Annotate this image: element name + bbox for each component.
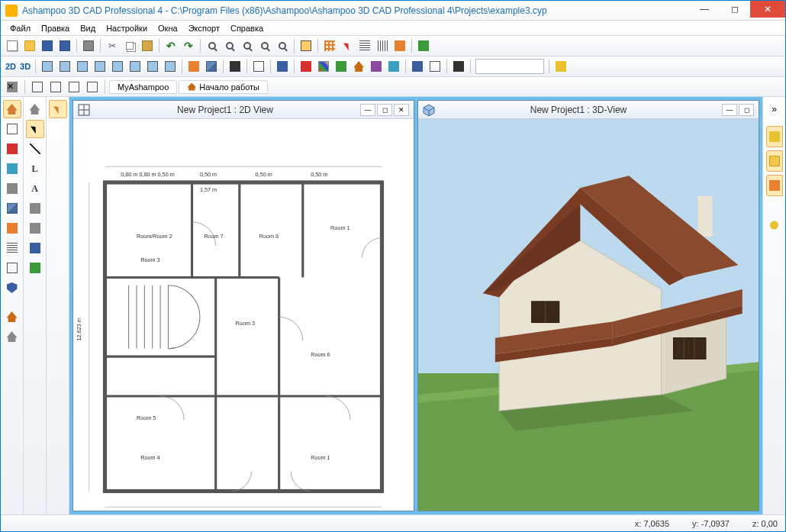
tool-dim1-icon[interactable] — [26, 199, 44, 218]
layer-select[interactable] — [475, 59, 544, 74]
measure-button[interactable] — [391, 37, 408, 54]
zoom-window-button[interactable] — [256, 37, 273, 54]
tool-window-icon[interactable] — [3, 160, 21, 178]
paste-button[interactable] — [139, 37, 156, 54]
tool-text-a-icon[interactable]: A — [26, 179, 44, 198]
pane-3d-body[interactable] — [418, 119, 759, 511]
view-tile1-button[interactable] — [39, 58, 56, 75]
view-tile8-button[interactable] — [162, 58, 179, 75]
tool-rect-icon[interactable] — [3, 120, 21, 138]
pane-2d-max-button[interactable]: ◻ — [377, 104, 392, 116]
menu-export[interactable]: Экспорт — [184, 22, 224, 34]
tool-grid-icon[interactable] — [3, 179, 21, 198]
zoom-out-button[interactable] — [221, 37, 238, 54]
open-button[interactable] — [21, 37, 38, 54]
obj10-button[interactable] — [368, 58, 385, 75]
snap-button[interactable] — [356, 37, 373, 54]
tool-d-button[interactable] — [84, 79, 101, 95]
tool-wrench-button[interactable]: ✕ — [4, 79, 21, 95]
tool-tree-icon[interactable] — [26, 259, 44, 277]
tool-c-button[interactable] — [66, 79, 82, 95]
tool-shield-icon[interactable] — [3, 279, 21, 297]
tool-house3-icon[interactable] — [3, 327, 21, 346]
tool-house2-icon[interactable] — [3, 308, 21, 326]
maximize-button[interactable]: ◻ — [720, 1, 750, 18]
tool-stairs-icon[interactable] — [3, 219, 21, 237]
right-tab-2[interactable] — [766, 150, 783, 172]
menu-windows[interactable]: Окна — [153, 22, 182, 34]
guides-button[interactable] — [374, 37, 391, 54]
view-tile5-button[interactable] — [109, 58, 126, 75]
view-tile4-button[interactable] — [92, 58, 108, 75]
obj9-button[interactable] — [350, 58, 367, 75]
obj8-button[interactable] — [333, 58, 350, 75]
save-button[interactable] — [39, 37, 56, 54]
right-tab-3[interactable] — [766, 175, 783, 196]
obj12-button[interactable] — [409, 58, 426, 75]
pointer-button[interactable] — [339, 37, 356, 54]
tool-home-icon[interactable] — [3, 100, 21, 118]
menu-help[interactable]: Справка — [226, 22, 268, 34]
redo-button[interactable]: ↷ — [180, 37, 197, 54]
menu-edit[interactable]: Правка — [37, 22, 74, 34]
view-tile3-button[interactable] — [74, 58, 91, 75]
pane-3d-min-button[interactable]: — — [722, 104, 737, 116]
obj3-button[interactable] — [227, 58, 243, 75]
mode-2d-label[interactable]: 2D — [4, 62, 18, 71]
tool-b-button[interactable] — [47, 79, 64, 95]
obj6-button[interactable] — [298, 58, 314, 75]
menu-file[interactable]: Файл — [5, 22, 35, 34]
obj5-button[interactable] — [274, 58, 291, 75]
mode-3d-label[interactable]: 3D — [18, 62, 32, 71]
view-tile2-button[interactable] — [56, 58, 73, 75]
new-button[interactable] — [4, 37, 21, 54]
tool-square-icon[interactable] — [3, 259, 21, 277]
tool-cursor-icon[interactable] — [26, 120, 44, 138]
tool-line-icon[interactable] — [26, 140, 44, 158]
obj4-button[interactable] — [250, 58, 267, 75]
view-tile6-button[interactable] — [127, 58, 143, 75]
select-tool-button[interactable] — [298, 37, 314, 54]
obj13-button[interactable] — [427, 58, 443, 75]
tool-cube-icon[interactable] — [3, 199, 21, 218]
zoom-in-button[interactable] — [204, 37, 221, 54]
grid-button[interactable] — [321, 37, 338, 54]
tab-myashampoo[interactable]: MyAshampoo — [109, 80, 177, 94]
pane-2d-min-button[interactable]: — — [360, 104, 375, 116]
menu-view[interactable]: Вид — [76, 22, 100, 34]
obj14-button[interactable] — [450, 58, 467, 75]
zoom-reset-button[interactable] — [274, 37, 291, 54]
tool-a-button[interactable] — [29, 79, 46, 95]
tool-element-icon[interactable] — [26, 239, 44, 257]
tool-select-icon[interactable] — [49, 100, 67, 118]
view-tile7-button[interactable] — [144, 58, 161, 75]
zoom-fit-button[interactable] — [239, 37, 256, 54]
pane-2d-body[interactable]: Room/Room 2 Room 3 Room 7 Room 8 Room 1 … — [73, 119, 414, 511]
layers-button[interactable] — [415, 37, 432, 54]
pane-2d-close-button[interactable]: ✕ — [394, 104, 409, 116]
obj11-button[interactable] — [385, 58, 402, 75]
floorplan-svg: Room/Room 2 Room 3 Room 7 Room 8 Room 1 … — [73, 119, 414, 511]
tool-lines-icon[interactable] — [3, 239, 21, 257]
tool-red-icon[interactable] — [3, 140, 21, 158]
minimize-button[interactable]: — — [689, 1, 720, 18]
copy-button[interactable] — [121, 37, 138, 54]
print-button[interactable] — [80, 37, 97, 54]
menu-settings[interactable]: Настройки — [101, 22, 152, 34]
obj7-button[interactable] — [315, 58, 332, 75]
obj2-button[interactable] — [203, 58, 220, 75]
cut-button[interactable]: ✂ — [104, 37, 121, 54]
tool-dim2-icon[interactable] — [26, 219, 44, 237]
save-as-button[interactable] — [56, 37, 73, 54]
tool-home2-icon[interactable] — [26, 100, 44, 118]
undo-button[interactable]: ↶ — [163, 37, 179, 54]
tool-text-l-icon[interactable]: L — [26, 160, 44, 178]
right-expand-icon[interactable]: » — [765, 100, 784, 118]
pane-3d-max-button[interactable]: ◻ — [739, 104, 754, 116]
right-tab-1[interactable] — [766, 126, 783, 147]
lock-button[interactable] — [552, 58, 569, 75]
close-button[interactable]: ✕ — [750, 1, 785, 18]
tab-start[interactable]: Начало работы — [179, 80, 268, 94]
right-person-icon[interactable] — [765, 216, 784, 234]
obj1-button[interactable] — [185, 58, 202, 75]
